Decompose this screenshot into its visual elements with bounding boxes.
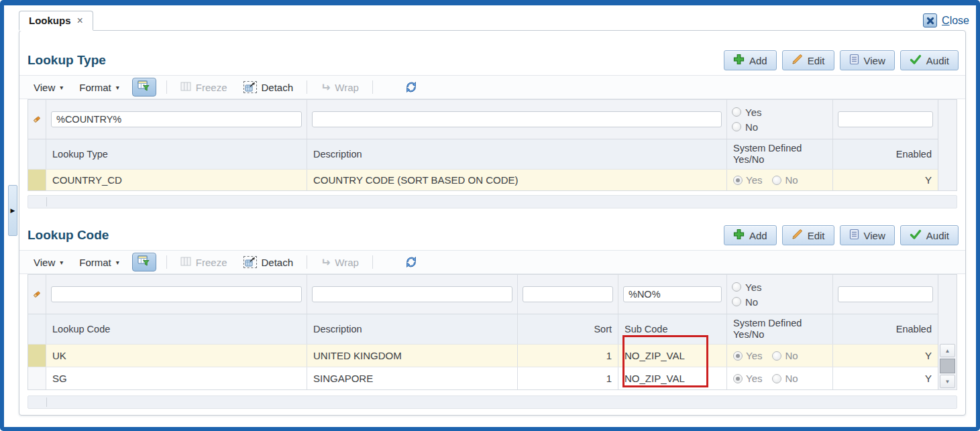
cell-system-defined: Yes No — [727, 170, 833, 190]
sub-code-filter-input[interactable] — [623, 286, 722, 302]
wrap-button: ↵ Wrap — [313, 82, 366, 93]
table-row-sg[interactable]: SG SINGAPORE 1 NO_ZIP_VAL Yes No Y — [28, 367, 938, 389]
filter-eraser-icon — [28, 100, 46, 139]
vertical-scrollbar: ▲ ▼ — [940, 343, 955, 388]
query-by-example-button[interactable] — [132, 253, 156, 271]
chevron-down-icon: ▾ — [60, 259, 63, 266]
lookups-window: Lookups × Close ▶ Lookup Type Add Edit — [0, 0, 980, 431]
tab-label: Lookups — [29, 15, 71, 26]
system-defined-yes-radio — [733, 176, 743, 185]
lookup-code-filter-row: Yes No — [28, 275, 938, 314]
table-row-uk[interactable]: UK UNITED KINGDOM 1 NO_ZIP_VAL Yes No Y — [28, 344, 938, 367]
edit-button[interactable]: Edit — [782, 225, 834, 245]
tab-lookups[interactable]: Lookups × — [19, 11, 93, 31]
freeze-button: Freeze — [173, 257, 235, 268]
view-menu[interactable]: View ▾ — [26, 257, 70, 268]
cell-description: SINGAPORE — [307, 367, 518, 389]
lookups-panel: Lookup Type Add Edit View Audit — [19, 30, 966, 416]
filter-yes-radio[interactable] — [732, 107, 741, 117]
lookup-type-header-row: Lookup Type Description System Defined Y… — [28, 139, 938, 169]
edit-button[interactable]: Edit — [782, 50, 834, 70]
table-filter-icon — [138, 80, 150, 95]
filter-eraser-icon — [28, 275, 46, 314]
view-menu[interactable]: View ▾ — [26, 82, 70, 93]
add-icon — [733, 54, 745, 67]
detach-icon — [243, 256, 257, 268]
cell-sub-code: NO_ZIP_VAL — [618, 367, 727, 389]
close-button-label: Close — [942, 15, 969, 27]
toolbar-separator — [372, 80, 373, 94]
chevron-down-icon: ▾ — [116, 259, 119, 266]
lookup-code-scroll-track: ▲ ▼ — [938, 275, 957, 389]
cell-description: COUNTRY CODE (SORT BASED ON CODE) — [307, 170, 727, 190]
add-button[interactable]: Add — [724, 50, 777, 70]
view-button[interactable]: View — [840, 225, 895, 245]
column-header-lookup-code: Lookup Code — [46, 314, 307, 344]
scrollbar-thumb[interactable] — [940, 359, 955, 373]
view-button[interactable]: View — [840, 50, 895, 70]
splitter-collapse-handle[interactable]: ▶ — [8, 185, 17, 236]
column-header-enabled: Enabled — [833, 139, 938, 169]
detach-icon — [243, 81, 257, 93]
column-header-description: Description — [307, 139, 727, 169]
detach-button[interactable]: Detach — [236, 256, 301, 268]
cell-sort: 1 — [518, 345, 618, 367]
filter-no-radio[interactable] — [732, 122, 741, 131]
row-selector[interactable] — [28, 170, 46, 190]
row-selector[interactable] — [28, 345, 46, 367]
toolbar-separator — [166, 255, 167, 269]
add-icon — [733, 229, 745, 242]
scroll-down-icon[interactable]: ▼ — [940, 375, 955, 388]
system-defined-no-radio — [772, 374, 781, 383]
lookup-code-toolbar: View ▾ Format ▾ Freeze Detach ↵ W — [19, 250, 965, 274]
lookup-type-toolbar: View ▾ Format ▾ Freeze Detach ↵ W — [19, 75, 965, 99]
refresh-icon[interactable] — [399, 78, 423, 97]
close-button[interactable]: Close — [923, 13, 969, 27]
table-row-country-cd[interactable]: COUNTRY_CD COUNTRY CODE (SORT BASED ON C… — [28, 169, 938, 190]
cell-enabled: Y — [833, 367, 938, 389]
check-icon — [910, 229, 922, 242]
lookup-type-actions: Add Edit View Audit — [724, 50, 959, 70]
lookup-type-scroll-track — [938, 100, 957, 190]
row-selector[interactable] — [28, 367, 46, 389]
enabled-filter-input[interactable] — [838, 286, 933, 302]
sort-filter-input[interactable] — [523, 286, 613, 302]
chevron-down-icon: ▾ — [116, 84, 119, 91]
audit-button[interactable]: Audit — [900, 50, 959, 70]
tab-close-icon[interactable]: × — [77, 15, 83, 26]
column-header-system-defined: System Defined Yes/No — [727, 139, 833, 169]
system-defined-yes-radio — [733, 351, 743, 361]
add-button[interactable]: Add — [724, 225, 777, 245]
enabled-filter-input[interactable] — [838, 111, 933, 127]
audit-button[interactable]: Audit — [900, 225, 959, 245]
column-header-enabled: Enabled — [833, 314, 938, 344]
cell-lookup-code: SG — [46, 367, 307, 389]
toolbar-separator — [307, 255, 307, 269]
refresh-icon[interactable] — [399, 253, 423, 271]
cell-lookup-type: COUNTRY_CD — [46, 170, 307, 190]
cell-system-defined: Yes No — [727, 345, 833, 367]
splitter-arrow-icon: ▶ — [11, 208, 15, 214]
scroll-up-icon[interactable]: ▲ — [940, 344, 955, 357]
lookup-type-grid: Yes No Lookup Type Description System De… — [28, 99, 957, 191]
pencil-icon — [792, 54, 803, 67]
column-header-sub-code: Sub Code — [618, 314, 727, 344]
document-icon — [849, 229, 859, 242]
chevron-down-icon: ▾ — [60, 84, 63, 91]
lookup-type-filter-input[interactable] — [51, 111, 302, 127]
column-header-description: Description — [307, 314, 518, 344]
filter-yes-radio[interactable] — [732, 282, 741, 292]
lookup-type-grid-footer — [28, 195, 957, 208]
detach-button[interactable]: Detach — [236, 81, 301, 93]
system-defined-no-radio — [772, 176, 781, 185]
description-filter-input[interactable] — [312, 111, 722, 127]
lookup-code-filter-input[interactable] — [51, 286, 302, 302]
cell-enabled: Y — [833, 170, 938, 190]
system-defined-yes-radio — [733, 374, 743, 383]
query-by-example-button[interactable] — [132, 78, 156, 97]
format-menu[interactable]: Format ▾ — [72, 82, 127, 93]
description-filter-input[interactable] — [312, 286, 512, 302]
system-defined-filter: Yes No — [727, 100, 833, 139]
format-menu[interactable]: Format ▾ — [72, 257, 127, 268]
filter-no-radio[interactable] — [732, 297, 741, 306]
